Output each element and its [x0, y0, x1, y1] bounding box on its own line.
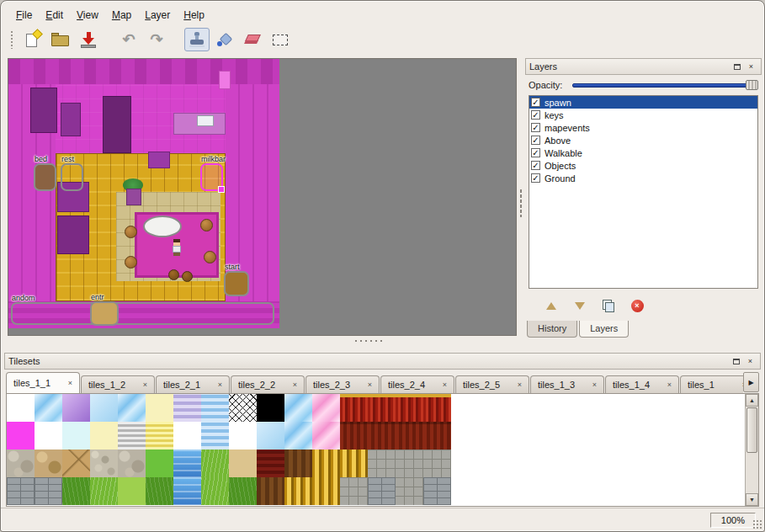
tile[interactable] [118, 477, 146, 505]
tile[interactable] [257, 394, 284, 422]
map-view[interactable]: bed rest milkbar start andom entr [8, 58, 517, 336]
tileset-tab[interactable]: tiles_1_4 × [605, 375, 679, 393]
scrollbar-track[interactable] [746, 407, 758, 493]
opacity-slider[interactable] [572, 79, 758, 91]
tileset-tab[interactable]: tiles_1_2 × [81, 375, 155, 393]
tile[interactable] [35, 394, 62, 422]
map[interactable]: bed rest milkbar start andom entr [8, 59, 279, 328]
menu-item[interactable]: Help [177, 7, 211, 24]
layer-row[interactable]: ✓ Objects [529, 159, 757, 172]
layer-row[interactable]: ✓ Walkable [529, 146, 757, 159]
layer-row[interactable]: ✓ Above [529, 134, 757, 146]
tile[interactable] [312, 422, 340, 450]
toolbar-grip[interactable] [10, 30, 14, 49]
redo-button[interactable]: ↷ [144, 28, 169, 51]
tile[interactable] [396, 477, 423, 505]
tile[interactable] [284, 394, 312, 422]
map-object[interactable]: rest [61, 163, 83, 191]
tile[interactable] [229, 477, 257, 505]
map-object[interactable]: entr [90, 301, 119, 326]
tile[interactable] [340, 394, 368, 422]
delete-layer-button[interactable]: × [628, 297, 646, 314]
tile[interactable] [7, 450, 35, 477]
tile[interactable] [312, 394, 340, 422]
tile[interactable] [90, 394, 118, 422]
layer-row[interactable]: ✓ Ground [529, 172, 757, 184]
tile[interactable] [173, 394, 201, 422]
tile[interactable] [257, 450, 284, 477]
tile[interactable] [257, 422, 284, 450]
tile[interactable] [340, 422, 368, 450]
tile[interactable] [201, 477, 229, 505]
tile[interactable] [312, 477, 340, 505]
panel-tab[interactable]: History [527, 321, 577, 338]
close-panel-button[interactable]: × [745, 61, 757, 72]
layer-visibility-checkbox[interactable]: ✓ [531, 136, 540, 145]
vertical-splitter[interactable] [517, 58, 525, 345]
rect-select-button[interactable] [268, 28, 293, 51]
new-map-button[interactable] [20, 28, 45, 51]
menu-item[interactable]: Map [105, 7, 138, 24]
tile[interactable] [229, 422, 257, 450]
tile[interactable] [396, 394, 423, 422]
tile[interactable] [146, 450, 173, 477]
eraser-button[interactable] [240, 28, 265, 51]
undo-button[interactable]: ↶ [116, 28, 141, 51]
tile[interactable] [118, 450, 146, 477]
tile[interactable] [146, 422, 173, 450]
tile[interactable] [173, 422, 201, 450]
tile[interactable] [7, 394, 35, 422]
close-tab-icon[interactable]: × [293, 380, 297, 389]
layer-visibility-checkbox[interactable]: ✓ [531, 123, 540, 132]
tile[interactable] [229, 394, 257, 422]
layer-visibility-checkbox[interactable]: ✓ [531, 148, 540, 157]
close-panel-button[interactable]: × [744, 355, 757, 367]
close-tab-icon[interactable]: × [518, 380, 522, 389]
tab-scroll-right-button[interactable]: ▶ [743, 372, 759, 392]
tile[interactable] [257, 477, 284, 505]
tile[interactable] [62, 394, 90, 422]
tile[interactable] [118, 394, 146, 422]
map-object[interactable]: andom [11, 302, 274, 325]
tile[interactable] [284, 477, 312, 505]
tile[interactable] [90, 450, 118, 477]
tile[interactable] [368, 477, 396, 505]
tile[interactable] [35, 450, 62, 477]
open-map-button[interactable] [48, 28, 73, 51]
tile[interactable] [173, 477, 201, 505]
float-panel-button[interactable] [730, 355, 742, 367]
tile[interactable] [368, 422, 396, 450]
layer-visibility-checkbox[interactable]: ✓ [531, 110, 540, 120]
menu-item[interactable]: Layer [138, 7, 177, 24]
layer-row[interactable]: ✓ spawn [529, 96, 757, 109]
tileset-tab[interactable]: tiles_2_5 × [455, 375, 529, 393]
tile[interactable] [423, 450, 451, 477]
lower-layer-button[interactable] [571, 297, 589, 314]
layer-visibility-checkbox[interactable]: ✓ [531, 161, 540, 170]
close-tab-icon[interactable]: × [443, 380, 447, 389]
stamp-brush-button[interactable] [184, 28, 210, 51]
layer-row[interactable]: ✓ keys [529, 109, 757, 121]
close-tab-icon[interactable]: × [143, 380, 147, 389]
raise-layer-button[interactable] [542, 297, 560, 314]
scroll-down-button[interactable]: ▼ [746, 493, 758, 506]
tile[interactable] [201, 450, 229, 477]
panel-tab[interactable]: Layers [579, 321, 629, 338]
tile[interactable] [423, 394, 451, 422]
tile[interactable] [284, 422, 312, 450]
bucket-fill-button[interactable] [212, 28, 237, 51]
close-tab-icon[interactable]: × [592, 380, 597, 389]
tile[interactable] [312, 450, 340, 477]
tile[interactable] [201, 394, 229, 422]
layer-row[interactable]: ✓ mapevents [529, 121, 757, 134]
tile[interactable] [423, 422, 451, 450]
layer-visibility-checkbox[interactable]: ✓ [531, 173, 540, 183]
resize-grip[interactable] [752, 519, 762, 529]
close-tab-icon[interactable]: × [368, 380, 372, 389]
tile[interactable] [7, 422, 35, 450]
tile[interactable] [90, 477, 118, 505]
menu-item[interactable]: Edit [39, 7, 70, 24]
tile[interactable] [284, 450, 312, 477]
map-object[interactable]: bed [34, 163, 56, 191]
tile[interactable] [423, 477, 451, 505]
